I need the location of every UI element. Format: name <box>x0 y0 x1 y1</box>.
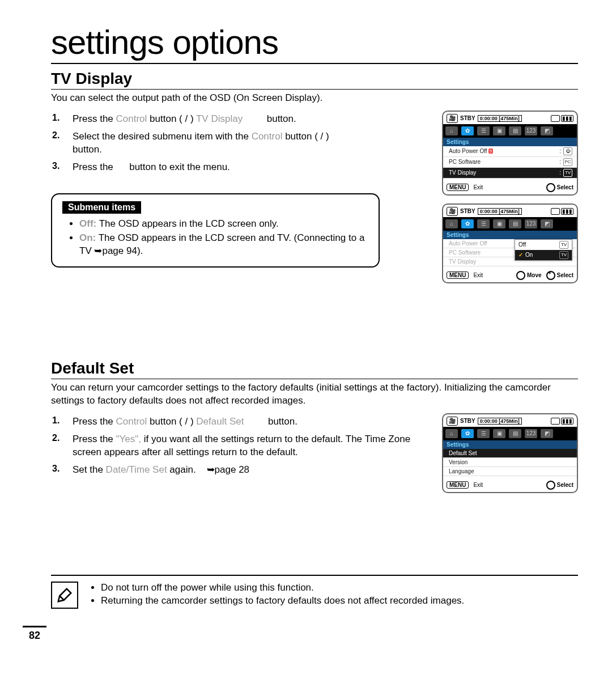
menu-button-icon: MENU <box>447 184 469 191</box>
default-set-steps: 1. Press the Control button ( / ) Defaul… <box>51 413 431 479</box>
battery-icon: ▮▮▮ <box>561 115 573 122</box>
tv-display-section: TV Display You can select the output pat… <box>51 70 578 291</box>
tv-display-desc: You can select the output path of the OS… <box>51 92 578 105</box>
tab-bar: ⌂✿☰▣▤123◩ <box>443 124 577 138</box>
card-icon <box>551 115 560 122</box>
camcorder-icon: 🎥 <box>447 114 458 123</box>
osd-screenshot-tv-display-options: 🎥 STBY 0:00:00 [475Min] ▮▮▮ ⌂✿☰▣▤123◩ Se… <box>442 203 578 283</box>
note-icon <box>51 582 78 609</box>
note-item: Do not turn off the power while using th… <box>101 582 464 595</box>
default-set-heading: Default Set <box>51 359 578 379</box>
submenu-items-box: Submenu items Off: The OSD appears in th… <box>51 193 380 268</box>
default-set-desc: You can return your camcorder settings t… <box>51 381 578 408</box>
page-number: 82 <box>23 626 46 642</box>
page-title: settings options <box>51 23 578 64</box>
default-set-section: Default Set You can return your camcorde… <box>51 359 578 501</box>
tv-display-steps: 1. Press the Control button ( / ) TV Dis… <box>51 111 431 176</box>
note-item: Returning the camcorder settings to fact… <box>101 595 464 608</box>
submenu-items-label: Submenu items <box>62 201 141 214</box>
note-block: Do not turn off the power while using th… <box>51 582 578 609</box>
osd-screenshot-default-set: 🎥 STBY 0:00:00 [475Min] ▮▮▮ ⌂✿☰▣▤123◩ Se… <box>442 413 578 493</box>
tv-display-popup: OffTV ✓OnTV <box>515 239 572 261</box>
tv-display-heading: TV Display <box>51 70 578 90</box>
settings-tab-label: Settings <box>443 138 577 146</box>
divider <box>51 575 578 576</box>
osd-screenshot-settings: 🎥 STBY 0:00:00 [475Min] ▮▮▮ ⌂✿☰▣▤123◩ Se… <box>442 111 578 196</box>
